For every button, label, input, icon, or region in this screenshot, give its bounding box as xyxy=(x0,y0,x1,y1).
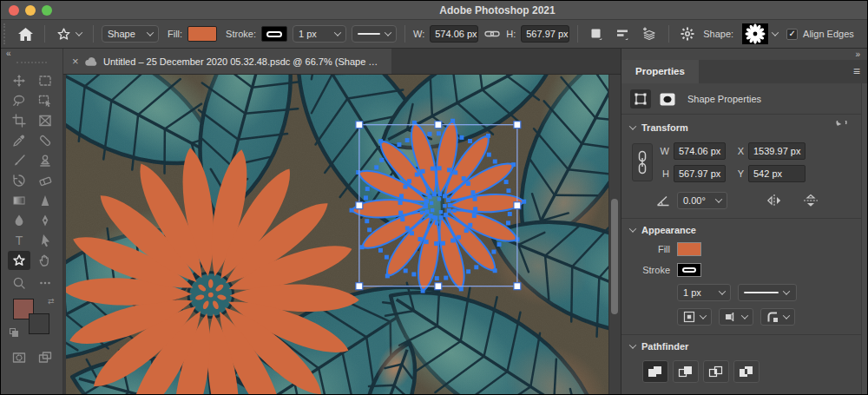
object-selection-tool[interactable] xyxy=(32,94,58,108)
tool-options-button[interactable] xyxy=(677,23,698,44)
history-brush-tool[interactable] xyxy=(6,174,32,188)
y-field[interactable]: 542 px xyxy=(748,165,806,182)
marquee-tool[interactable] xyxy=(32,74,58,88)
background-color-swatch[interactable] xyxy=(29,313,49,334)
close-window-button[interactable] xyxy=(9,5,19,16)
link-wh-button[interactable] xyxy=(632,143,653,181)
x-field[interactable]: 1539.97 px xyxy=(748,142,806,160)
flip-vertical-icon[interactable] xyxy=(802,194,819,207)
shape-properties-header: Shape Properties xyxy=(621,83,867,114)
path-alignment-button[interactable] xyxy=(612,23,633,44)
quick-mask-button[interactable] xyxy=(6,351,32,365)
frame-tool[interactable] xyxy=(32,114,58,128)
path-operations-button[interactable] xyxy=(586,23,607,44)
current-tool-preset[interactable] xyxy=(53,23,85,44)
transform-grid: W 574.06 px X 1539.97 px H 567.97 px Y 5… xyxy=(630,142,858,182)
collapse-dock-button[interactable]: » xyxy=(855,49,860,60)
hand-tool[interactable] xyxy=(32,253,58,267)
mask-properties-button[interactable] xyxy=(657,89,678,109)
minimize-window-button[interactable] xyxy=(25,5,36,16)
type-tool[interactable]: T xyxy=(6,234,32,247)
link-dimensions-button[interactable] xyxy=(483,23,501,44)
x-label: X xyxy=(730,146,744,156)
home-button[interactable] xyxy=(15,23,36,44)
properties-panel-tab[interactable]: Properties xyxy=(621,60,699,83)
pathfinder-intersect-button[interactable] xyxy=(703,360,729,383)
edit-toolbar-button[interactable] xyxy=(32,276,58,290)
fill-label: Fill: xyxy=(168,29,182,39)
path-selection-tool[interactable] xyxy=(32,234,58,247)
angle-icon xyxy=(656,194,670,207)
appearance-section-header[interactable]: Appearance xyxy=(630,225,858,235)
blur-tool[interactable] xyxy=(6,214,32,227)
stroke-cap-select[interactable] xyxy=(719,308,753,326)
swap-colors-button[interactable]: ⇄ xyxy=(48,297,55,306)
document-tab[interactable]: × Untitled – 25 December 2020 05.32.48.p… xyxy=(63,49,391,74)
appearance-stroke-style-select[interactable] xyxy=(738,284,797,301)
sharpen-tool[interactable] xyxy=(32,194,58,207)
tool-mode-select[interactable]: Shape xyxy=(102,25,159,43)
document-canvas[interactable] xyxy=(63,75,608,394)
height-field[interactable]: 567.97 px xyxy=(521,25,569,43)
stroke-corner-select[interactable] xyxy=(760,308,795,326)
eyedropper-tool[interactable] xyxy=(6,134,32,148)
path-arrangement-button[interactable] xyxy=(638,23,661,44)
flip-buttons xyxy=(766,194,819,207)
pathfinder-section: Pathfinder xyxy=(621,334,867,393)
tab-bar: × Untitled – 25 December 2020 05.32.48.p… xyxy=(63,49,621,75)
pathfinder-section-header[interactable]: Pathfinder xyxy=(630,341,858,352)
pathfinder-subtract-button[interactable] xyxy=(673,360,699,383)
collapse-tools-button[interactable]: « xyxy=(1,49,62,60)
align-edges-checkbox[interactable]: ✓ xyxy=(786,29,798,40)
brush-tool[interactable] xyxy=(6,154,32,168)
screen-mode-button[interactable] xyxy=(32,351,58,365)
width-field[interactable]: 574.06 px xyxy=(430,25,478,43)
gradient-tool[interactable] xyxy=(6,194,32,207)
pathfinder-exclude-button[interactable] xyxy=(733,360,760,383)
clone-stamp-tool[interactable] xyxy=(32,154,58,168)
divider xyxy=(577,25,578,43)
appearance-stroke-swatch[interactable] xyxy=(677,263,701,277)
vertical-scrollbar-thumb[interactable] xyxy=(611,199,618,314)
transform-section-header[interactable]: Transform xyxy=(630,121,858,135)
transform-properties-button[interactable] xyxy=(630,89,651,109)
pen-tool[interactable] xyxy=(32,214,58,227)
appearance-fill-swatch[interactable] xyxy=(677,242,701,256)
transform-title: Transform xyxy=(641,122,688,133)
close-tab-icon[interactable]: × xyxy=(72,56,79,67)
reset-transform-button[interactable] xyxy=(835,121,848,135)
chevron-down-icon xyxy=(741,312,748,319)
arrange-icon xyxy=(641,27,657,41)
stroke-width-value: 1 px xyxy=(299,29,330,39)
stroke-width-select[interactable]: 1 px xyxy=(293,25,346,43)
lasso-tool[interactable] xyxy=(6,94,32,108)
zoom-window-button[interactable] xyxy=(42,5,52,16)
photoshop-window: Adobe Photoshop 2021 Shape Fill: Stroke:… xyxy=(0,0,868,395)
fill-swatch[interactable] xyxy=(187,26,217,42)
pathfinder-combine-button[interactable] xyxy=(642,360,668,383)
stroke-align-select[interactable] xyxy=(677,308,712,326)
divider xyxy=(404,25,405,43)
transform-section: Transform W 574.06 px X 1539.97 px H xyxy=(621,114,867,218)
flip-horizontal-icon[interactable] xyxy=(766,194,783,207)
h-field[interactable]: 567.97 px xyxy=(674,165,726,182)
move-tool[interactable] xyxy=(6,74,32,88)
home-icon xyxy=(18,28,33,41)
stroke-swatch[interactable] xyxy=(261,26,287,42)
vertical-scrollbar[interactable] xyxy=(608,75,621,394)
zoom-tool[interactable] xyxy=(6,276,32,290)
chevron-down-icon xyxy=(147,29,154,36)
gear-icon xyxy=(681,27,694,41)
crop-tool[interactable] xyxy=(6,114,32,128)
appearance-stroke-width-select[interactable]: 1 px xyxy=(677,284,731,301)
stroke-style-select[interactable] xyxy=(352,25,397,43)
panel-scroll-gutter xyxy=(861,83,867,394)
healing-brush-tool[interactable] xyxy=(32,134,58,148)
angle-select[interactable]: 0.00° xyxy=(677,192,727,209)
default-colors-button[interactable] xyxy=(10,328,19,338)
panel-menu-icon[interactable]: ≡ xyxy=(853,60,860,83)
w-field[interactable]: 574.06 px xyxy=(674,142,726,160)
custom-shape-tool[interactable] xyxy=(8,251,30,270)
eraser-tool[interactable] xyxy=(32,174,58,188)
shape-picker[interactable] xyxy=(739,23,781,44)
